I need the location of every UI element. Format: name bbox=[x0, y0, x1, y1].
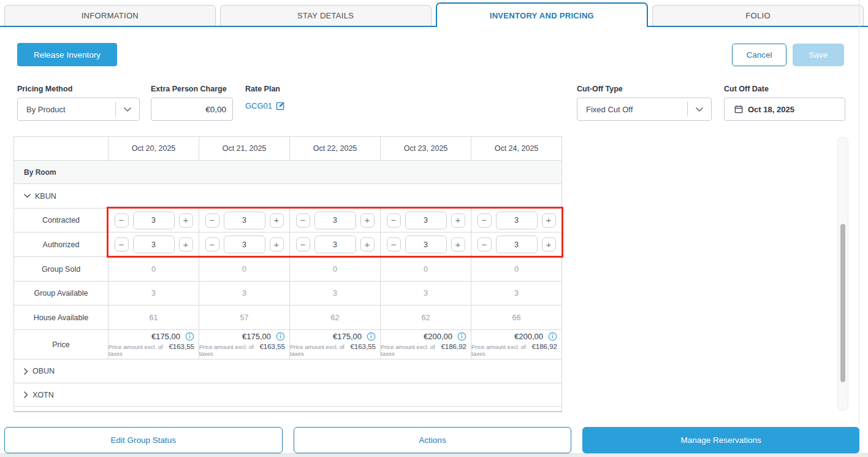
authorized-cell: − + bbox=[471, 232, 562, 256]
plus-button[interactable]: + bbox=[270, 213, 284, 228]
house-available-value: 57 bbox=[199, 305, 289, 329]
minus-button[interactable]: − bbox=[205, 213, 219, 228]
group-sold-label: Group Sold bbox=[14, 257, 108, 281]
plus-button[interactable]: + bbox=[179, 213, 193, 228]
date-header: Oct 21, 2025 bbox=[199, 137, 289, 160]
plus-button[interactable]: + bbox=[270, 237, 284, 252]
authorized-cell: − + bbox=[108, 232, 199, 256]
group-sold-row: Group Sold 0 0 0 0 0 bbox=[13, 257, 562, 282]
date-header: Oct 22, 2025 bbox=[289, 137, 380, 160]
contracted-cell: − + bbox=[108, 209, 199, 232]
release-inventory-button[interactable]: Release Inventory bbox=[17, 43, 117, 66]
cut-off-type-select[interactable]: Fixed Cut Off bbox=[577, 98, 712, 121]
group-available-row: Group Available 3 3 3 3 3 bbox=[13, 282, 562, 305]
contracted-input[interactable] bbox=[224, 212, 265, 229]
room-row-obun[interactable]: OBUN bbox=[13, 359, 562, 383]
minus-button[interactable]: − bbox=[387, 237, 401, 252]
price-excl-amount: €163,55 bbox=[350, 343, 376, 350]
info-icon[interactable] bbox=[367, 332, 376, 341]
pricing-method-label: Pricing Method bbox=[17, 85, 72, 93]
authorized-input[interactable] bbox=[133, 236, 175, 253]
authorized-input[interactable] bbox=[224, 236, 265, 253]
chevron-right-icon bbox=[24, 368, 28, 375]
bottom-strip bbox=[0, 453, 868, 457]
plus-button[interactable]: + bbox=[451, 213, 465, 228]
price-label: Price bbox=[14, 330, 108, 359]
minus-button[interactable]: − bbox=[478, 213, 492, 228]
authorized-input[interactable] bbox=[314, 236, 356, 253]
price-excl-note: Price amount excl. of taxes bbox=[471, 344, 529, 357]
by-room-label: By Room bbox=[24, 168, 56, 177]
quantity-stepper: − + bbox=[296, 212, 375, 229]
plus-button[interactable]: + bbox=[451, 237, 465, 252]
authorized-cell: − + bbox=[199, 232, 289, 256]
tab-information[interactable]: INFORMATION bbox=[4, 5, 216, 26]
table-scrollbar-thumb[interactable] bbox=[840, 224, 845, 382]
contracted-cell: − + bbox=[471, 209, 562, 232]
plus-button[interactable]: + bbox=[179, 237, 193, 252]
minus-button[interactable]: − bbox=[205, 237, 219, 252]
contracted-cell: − + bbox=[199, 209, 289, 232]
minus-button[interactable]: − bbox=[115, 237, 129, 252]
chevron-down-icon bbox=[116, 107, 139, 112]
price-amount: €175,00 bbox=[242, 332, 271, 341]
actions-button[interactable]: Actions bbox=[294, 427, 572, 453]
plus-button[interactable]: + bbox=[542, 237, 556, 252]
group-available-value: 3 bbox=[380, 282, 471, 305]
chevron-right-icon bbox=[24, 391, 28, 398]
minus-button[interactable]: − bbox=[387, 213, 401, 228]
by-room-section-row: By Room bbox=[13, 161, 562, 184]
price-cell: €200,00 Price amount excl. of taxes €186… bbox=[471, 330, 562, 359]
plus-button[interactable]: + bbox=[542, 213, 556, 228]
group-sold-value: 0 bbox=[471, 257, 562, 281]
contracted-input[interactable] bbox=[314, 212, 356, 229]
tab-inventory-and-pricing[interactable]: INVENTORY AND PRICING bbox=[436, 2, 649, 27]
price-cell: €200,00 Price amount excl. of taxes €186… bbox=[380, 330, 471, 359]
tab-stay-details[interactable]: STAY DETAILS bbox=[220, 5, 432, 26]
cut-off-date-field[interactable]: Oct 18, 2025 bbox=[724, 98, 845, 121]
info-icon[interactable] bbox=[548, 332, 557, 341]
page-divider bbox=[859, 0, 859, 423]
cancel-button[interactable]: Cancel bbox=[732, 44, 786, 66]
edit-icon[interactable] bbox=[276, 101, 285, 110]
house-available-value: 61 bbox=[108, 305, 199, 329]
minus-button[interactable]: − bbox=[296, 237, 310, 252]
authorized-input[interactable] bbox=[496, 236, 538, 253]
price-excl-amount: €163,55 bbox=[169, 343, 194, 350]
minus-button[interactable]: − bbox=[115, 213, 129, 228]
contracted-input[interactable] bbox=[496, 212, 538, 229]
extra-person-charge-input[interactable] bbox=[151, 98, 233, 121]
minus-button[interactable]: − bbox=[296, 213, 310, 228]
info-icon[interactable] bbox=[457, 332, 466, 341]
authorized-input[interactable] bbox=[405, 236, 447, 253]
price-amount: €175,00 bbox=[333, 332, 362, 341]
room-code: XOTN bbox=[32, 391, 54, 399]
price-row: Price €175,00 Price amount excl. of taxe… bbox=[13, 330, 562, 359]
contracted-input[interactable] bbox=[133, 212, 175, 229]
room-row-xotn[interactable]: XOTN bbox=[13, 383, 562, 407]
price-cell: €175,00 Price amount excl. of taxes €163… bbox=[108, 330, 199, 359]
cut-off-date-label: Cut Off Date bbox=[724, 85, 769, 93]
info-icon[interactable] bbox=[276, 332, 285, 341]
minus-button[interactable]: − bbox=[478, 237, 492, 252]
room-row-kbun[interactable]: KBUN bbox=[13, 184, 562, 209]
manage-reservations-button[interactable]: Manage Reservations bbox=[582, 427, 859, 453]
contracted-cell: − + bbox=[289, 209, 380, 232]
house-available-value: 62 bbox=[380, 305, 471, 329]
edit-group-status-button[interactable]: Edit Group Status bbox=[4, 427, 283, 453]
table-header-row: Oct 20, 2025 Oct 21, 2025 Oct 22, 2025 O… bbox=[13, 136, 562, 161]
save-button[interactable]: Save bbox=[793, 44, 844, 66]
house-available-value: 62 bbox=[289, 305, 380, 329]
quantity-stepper: − + bbox=[205, 212, 284, 229]
price-amount: €200,00 bbox=[514, 332, 543, 341]
price-cell: €175,00 Price amount excl. of taxes €163… bbox=[199, 330, 289, 359]
date-header: Oct 20, 2025 bbox=[108, 137, 199, 160]
pricing-method-select[interactable]: By Product bbox=[17, 98, 140, 121]
info-icon[interactable] bbox=[185, 332, 194, 341]
rate-plan-link[interactable]: GCG01 bbox=[245, 101, 285, 110]
plus-button[interactable]: + bbox=[360, 213, 375, 228]
tab-folio[interactable]: FOLIO bbox=[652, 5, 864, 26]
plus-button[interactable]: + bbox=[360, 237, 375, 252]
contracted-input[interactable] bbox=[405, 212, 447, 229]
quantity-stepper: − + bbox=[205, 236, 284, 253]
